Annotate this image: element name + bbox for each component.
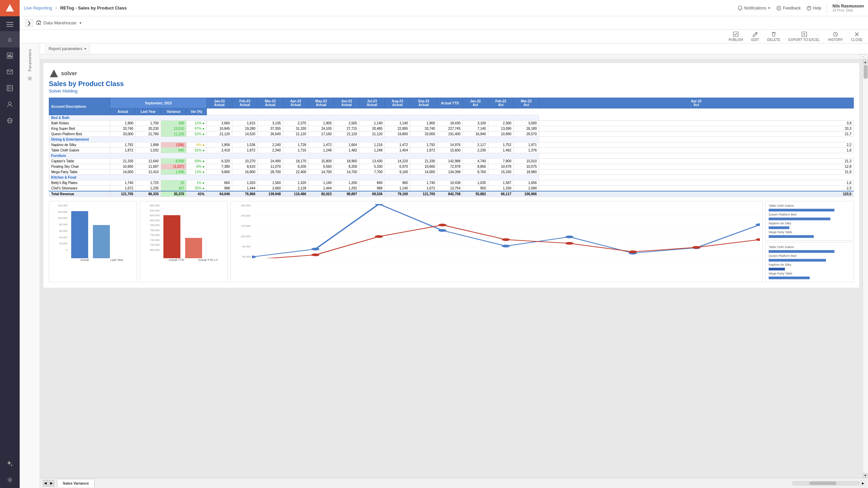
monthly-cell: 1,615 bbox=[232, 121, 258, 126]
feedback-button[interactable]: Feedback bbox=[776, 5, 801, 11]
report-table: Account Descriptions September, 2023 Jan… bbox=[49, 98, 854, 197]
monthly-cell: 2,2 bbox=[539, 142, 854, 148]
tab-sales-variance[interactable]: Sales Variance bbox=[57, 479, 95, 487]
report-table-wrapper: Account Descriptions September, 2023 Jan… bbox=[49, 98, 854, 197]
monthly-cell: 1,320 bbox=[283, 180, 309, 186]
warehouse-button[interactable]: Data Warehouse ▼ bbox=[36, 20, 82, 26]
monthly-cell: 1,248 bbox=[359, 148, 385, 153]
close-button[interactable]: CLOSE bbox=[851, 31, 863, 42]
monthly-cell: 3,135 bbox=[258, 121, 283, 126]
scroll-down[interactable]: ▼ bbox=[863, 473, 868, 478]
scroll-up[interactable]: ▲ bbox=[863, 60, 868, 64]
table-cell: Bath Robes bbox=[49, 121, 110, 126]
total-monthly-cell: 76,966 bbox=[232, 191, 258, 197]
monthly-cell: 2,418 bbox=[207, 148, 232, 153]
menu-toggle[interactable] bbox=[0, 18, 20, 31]
table-cell: 1,672 bbox=[110, 186, 136, 191]
monthly-cell: 1,587 bbox=[488, 180, 514, 186]
breadcrumb-home[interactable]: Live Reporting bbox=[24, 5, 52, 11]
monthly-cell: 8,200 bbox=[283, 164, 309, 169]
ruler-minimize[interactable]: − bbox=[861, 55, 865, 59]
category-row: Kitchen & Food bbox=[49, 175, 854, 180]
total-cell: 86,335 bbox=[136, 191, 161, 197]
bar-chart-1-area: 140,000 120,000 100,000 80,000 60,000 40… bbox=[52, 204, 134, 258]
category-row: Furniture bbox=[49, 153, 854, 159]
total-monthly-cell: 98,897 bbox=[334, 191, 359, 197]
sidebar-item-users[interactable] bbox=[0, 96, 20, 113]
user-name: Nils Rasmussen bbox=[832, 4, 864, 8]
sidebar-item-reports[interactable] bbox=[0, 47, 20, 64]
table-cell: Table Cloth Galore bbox=[49, 148, 110, 153]
table-cell: (1,027) bbox=[161, 164, 186, 169]
monthly-cell: 1,216 bbox=[359, 142, 385, 148]
warehouse-icon bbox=[36, 20, 41, 26]
notifications-button[interactable]: Notifications ▼ bbox=[737, 5, 771, 11]
filter-icon[interactable]: ⊞ bbox=[28, 76, 32, 81]
monthly-cell: 37,355 bbox=[258, 126, 283, 131]
sidebar-item-data[interactable] bbox=[0, 80, 20, 96]
monthly-cell: 6,320 bbox=[207, 159, 232, 164]
monthly-cell: 27,715 bbox=[334, 126, 359, 131]
dot-2022-jun bbox=[565, 242, 573, 245]
monthly-cell: 1,472 bbox=[385, 142, 410, 148]
table-cell: 52% ● bbox=[186, 131, 207, 137]
monthly-cell: 7,380 bbox=[207, 164, 232, 169]
table-cell: 33,740 bbox=[110, 126, 136, 131]
scroll-right[interactable]: ▶ bbox=[49, 480, 54, 487]
y-label: 840,000 bbox=[150, 209, 160, 212]
monthly-cell: 1,560 bbox=[258, 180, 283, 186]
breadcrumb-current: RETog - Sales by Product Class bbox=[60, 5, 126, 11]
user-menu[interactable]: Nils Rasmussen 15 Prox. Dow bbox=[832, 4, 864, 12]
y-label: 120,000 bbox=[241, 224, 251, 227]
table-cell: 1,700 bbox=[136, 121, 161, 126]
col-feb23: Feb-23Actual bbox=[232, 98, 258, 108]
monthly-cell: 227,745 bbox=[437, 126, 463, 131]
bar-actual bbox=[70, 211, 90, 258]
monthly-cell: 1,035 bbox=[463, 180, 488, 186]
monthly-cell: 10,270 bbox=[232, 159, 258, 164]
delete-button[interactable]: DELETE bbox=[767, 31, 780, 42]
y-label: 40,000 bbox=[59, 236, 67, 239]
dot-2022-apr bbox=[438, 224, 447, 226]
history-button[interactable]: HISTORY bbox=[828, 31, 843, 42]
monthly-cell: 21,120 bbox=[359, 131, 385, 137]
monthly-cell: 1,482 bbox=[334, 148, 359, 153]
sidebar-item-tools[interactable] bbox=[0, 455, 20, 472]
sidebar-item-settings[interactable] bbox=[0, 472, 20, 488]
monthly-cell: 1,536 bbox=[232, 142, 258, 148]
monthly-cell: 20,485 bbox=[359, 126, 385, 131]
sidebar-item-globe[interactable] bbox=[0, 113, 20, 129]
monthly-cell: 1,462 bbox=[488, 148, 514, 153]
dot-2022-sep bbox=[756, 238, 760, 241]
table-cell: 67% ● bbox=[186, 126, 207, 131]
scrollbar-track[interactable] bbox=[792, 481, 860, 485]
y-label: 780,000 bbox=[150, 224, 160, 227]
total-monthly-cell: 100,906 bbox=[514, 191, 539, 197]
y-label: 20,000 bbox=[59, 242, 67, 245]
monthly-cell: 7,700 bbox=[359, 169, 385, 175]
sidebar-item-inbox[interactable] bbox=[0, 64, 20, 80]
table-cell: 1,725 bbox=[136, 180, 161, 186]
sidebar-item-home[interactable]: ⌂ bbox=[0, 31, 20, 47]
export-button[interactable]: EXPORT TO EXCEL bbox=[788, 31, 820, 42]
table-cell: 69% ● bbox=[186, 159, 207, 164]
monthly-cell: 1,140 bbox=[385, 121, 410, 126]
charts-section: 140,000 120,000 100,000 80,000 60,000 40… bbox=[49, 201, 854, 282]
notifications-label: Notifications bbox=[744, 6, 766, 11]
help-button[interactable]: Help bbox=[806, 5, 822, 11]
monthly-cell: 988 bbox=[207, 186, 232, 191]
scroll-end[interactable]: ▶ bbox=[861, 481, 865, 486]
scroll-left[interactable]: ◀ bbox=[43, 480, 48, 487]
expand-toggle[interactable]: ❯ bbox=[25, 19, 33, 27]
report-params-button[interactable]: Report parameters ▼ bbox=[45, 45, 90, 53]
topbar-divider bbox=[827, 3, 827, 13]
bar-chart-2-area: 860,000 840,000 820,000 800,000 780,000 … bbox=[143, 204, 225, 258]
svg-marker-0 bbox=[6, 4, 14, 12]
monthly-cell: 1,444 bbox=[232, 186, 258, 191]
monthly-cell: 15,010 bbox=[514, 159, 539, 164]
edit-button[interactable]: EDIT bbox=[751, 31, 759, 42]
publish-button[interactable]: PUBLISH bbox=[729, 31, 743, 42]
small-chart-1-label4: Mega Party Table bbox=[769, 230, 851, 234]
monthly-cell: 13,090 bbox=[488, 126, 514, 131]
monthly-cell: 988 bbox=[359, 186, 385, 191]
